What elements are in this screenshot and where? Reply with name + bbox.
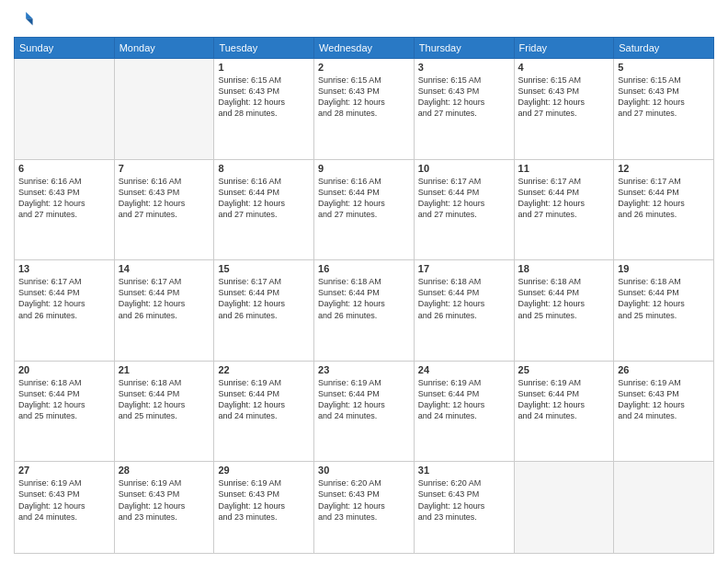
weekday-header-wednesday: Wednesday <box>314 38 415 59</box>
calendar-week-2: 6Sunrise: 6:16 AM Sunset: 6:43 PM Daylig… <box>15 159 714 260</box>
calendar-cell: 3Sunrise: 6:15 AM Sunset: 6:43 PM Daylig… <box>414 59 514 160</box>
calendar-cell: 26Sunrise: 6:19 AM Sunset: 6:43 PM Dayli… <box>614 361 714 462</box>
day-number: 4 <box>518 62 610 73</box>
day-info: Sunrise: 6:18 AM Sunset: 6:44 PM Dayligh… <box>318 276 410 321</box>
header <box>14 9 714 29</box>
day-info: Sunrise: 6:18 AM Sunset: 6:44 PM Dayligh… <box>618 276 710 321</box>
day-number: 12 <box>618 163 710 174</box>
logo-icon <box>14 9 34 29</box>
day-number: 18 <box>518 263 610 274</box>
calendar-week-5: 27Sunrise: 6:19 AM Sunset: 6:43 PM Dayli… <box>15 462 714 554</box>
calendar-cell: 23Sunrise: 6:19 AM Sunset: 6:44 PM Dayli… <box>314 361 415 462</box>
day-number: 8 <box>218 163 310 174</box>
weekday-header-row: SundayMondayTuesdayWednesdayThursdayFrid… <box>15 38 714 59</box>
day-number: 21 <box>119 364 210 375</box>
logo <box>14 9 36 29</box>
weekday-header-friday: Friday <box>514 38 614 59</box>
day-number: 1 <box>218 62 310 73</box>
weekday-header-tuesday: Tuesday <box>214 38 314 59</box>
day-number: 3 <box>418 62 510 73</box>
calendar-week-3: 13Sunrise: 6:17 AM Sunset: 6:44 PM Dayli… <box>15 260 714 362</box>
day-info: Sunrise: 6:15 AM Sunset: 6:43 PM Dayligh… <box>618 75 710 120</box>
day-info: Sunrise: 6:19 AM Sunset: 6:43 PM Dayligh… <box>18 477 110 523</box>
calendar-cell: 7Sunrise: 6:16 AM Sunset: 6:43 PM Daylig… <box>114 159 214 260</box>
day-info: Sunrise: 6:18 AM Sunset: 6:44 PM Dayligh… <box>18 377 110 422</box>
day-info: Sunrise: 6:15 AM Sunset: 6:43 PM Dayligh… <box>318 75 410 120</box>
day-info: Sunrise: 6:19 AM Sunset: 6:44 PM Dayligh… <box>518 377 610 422</box>
day-number: 22 <box>218 364 310 375</box>
calendar-cell: 9Sunrise: 6:16 AM Sunset: 6:44 PM Daylig… <box>314 159 415 260</box>
day-info: Sunrise: 6:17 AM Sunset: 6:44 PM Dayligh… <box>518 176 610 221</box>
calendar-cell: 18Sunrise: 6:18 AM Sunset: 6:44 PM Dayli… <box>514 260 614 362</box>
calendar-cell <box>614 462 714 554</box>
calendar-cell: 25Sunrise: 6:19 AM Sunset: 6:44 PM Dayli… <box>514 361 614 462</box>
day-info: Sunrise: 6:18 AM Sunset: 6:44 PM Dayligh… <box>518 276 610 321</box>
calendar-cell: 2Sunrise: 6:15 AM Sunset: 6:43 PM Daylig… <box>314 59 415 160</box>
day-number: 16 <box>318 263 410 274</box>
day-info: Sunrise: 6:19 AM Sunset: 6:43 PM Dayligh… <box>119 477 210 523</box>
day-number: 30 <box>318 465 410 476</box>
calendar-cell: 22Sunrise: 6:19 AM Sunset: 6:44 PM Dayli… <box>214 361 314 462</box>
day-info: Sunrise: 6:17 AM Sunset: 6:44 PM Dayligh… <box>618 176 710 221</box>
day-info: Sunrise: 6:15 AM Sunset: 6:43 PM Dayligh… <box>218 75 310 120</box>
day-info: Sunrise: 6:16 AM Sunset: 6:43 PM Dayligh… <box>119 176 210 221</box>
calendar-cell: 20Sunrise: 6:18 AM Sunset: 6:44 PM Dayli… <box>15 361 115 462</box>
weekday-header-sunday: Sunday <box>15 38 115 59</box>
day-info: Sunrise: 6:19 AM Sunset: 6:44 PM Dayligh… <box>218 377 310 422</box>
day-number: 26 <box>618 364 710 375</box>
day-number: 10 <box>418 163 510 174</box>
day-number: 17 <box>418 263 510 274</box>
calendar-cell <box>114 59 214 160</box>
weekday-header-saturday: Saturday <box>614 38 714 59</box>
calendar-week-1: 1Sunrise: 6:15 AM Sunset: 6:43 PM Daylig… <box>15 59 714 160</box>
calendar-cell: 8Sunrise: 6:16 AM Sunset: 6:44 PM Daylig… <box>214 159 314 260</box>
day-number: 27 <box>18 465 110 476</box>
calendar-cell: 10Sunrise: 6:17 AM Sunset: 6:44 PM Dayli… <box>414 159 514 260</box>
calendar-cell: 12Sunrise: 6:17 AM Sunset: 6:44 PM Dayli… <box>614 159 714 260</box>
svg-marker-1 <box>26 18 32 25</box>
day-number: 2 <box>318 62 410 73</box>
calendar-cell: 16Sunrise: 6:18 AM Sunset: 6:44 PM Dayli… <box>314 260 415 362</box>
calendar-cell: 19Sunrise: 6:18 AM Sunset: 6:44 PM Dayli… <box>614 260 714 362</box>
calendar-cell: 13Sunrise: 6:17 AM Sunset: 6:44 PM Dayli… <box>15 260 115 362</box>
day-number: 15 <box>218 263 310 274</box>
calendar-cell <box>15 59 115 160</box>
day-info: Sunrise: 6:15 AM Sunset: 6:43 PM Dayligh… <box>418 75 510 120</box>
svg-marker-0 <box>26 12 32 18</box>
weekday-header-monday: Monday <box>114 38 214 59</box>
calendar-cell: 27Sunrise: 6:19 AM Sunset: 6:43 PM Dayli… <box>15 462 115 554</box>
day-info: Sunrise: 6:19 AM Sunset: 6:43 PM Dayligh… <box>218 477 310 523</box>
day-info: Sunrise: 6:17 AM Sunset: 6:44 PM Dayligh… <box>418 176 510 221</box>
day-info: Sunrise: 6:18 AM Sunset: 6:44 PM Dayligh… <box>119 377 210 422</box>
calendar-cell: 21Sunrise: 6:18 AM Sunset: 6:44 PM Dayli… <box>114 361 214 462</box>
calendar-cell: 28Sunrise: 6:19 AM Sunset: 6:43 PM Dayli… <box>114 462 214 554</box>
day-number: 9 <box>318 163 410 174</box>
day-number: 20 <box>18 364 110 375</box>
page: SundayMondayTuesdayWednesdayThursdayFrid… <box>0 0 728 563</box>
day-number: 28 <box>119 465 210 476</box>
calendar-cell: 15Sunrise: 6:17 AM Sunset: 6:44 PM Dayli… <box>214 260 314 362</box>
day-info: Sunrise: 6:20 AM Sunset: 6:43 PM Dayligh… <box>318 477 410 523</box>
day-info: Sunrise: 6:19 AM Sunset: 6:44 PM Dayligh… <box>418 377 510 422</box>
day-number: 14 <box>119 263 210 274</box>
calendar-cell: 4Sunrise: 6:15 AM Sunset: 6:43 PM Daylig… <box>514 59 614 160</box>
day-number: 23 <box>318 364 410 375</box>
day-info: Sunrise: 6:16 AM Sunset: 6:44 PM Dayligh… <box>218 176 310 221</box>
day-number: 25 <box>518 364 610 375</box>
calendar-cell: 30Sunrise: 6:20 AM Sunset: 6:43 PM Dayli… <box>314 462 415 554</box>
day-info: Sunrise: 6:20 AM Sunset: 6:43 PM Dayligh… <box>418 477 510 523</box>
calendar-cell: 29Sunrise: 6:19 AM Sunset: 6:43 PM Dayli… <box>214 462 314 554</box>
day-number: 29 <box>218 465 310 476</box>
calendar-cell: 24Sunrise: 6:19 AM Sunset: 6:44 PM Dayli… <box>414 361 514 462</box>
day-number: 5 <box>618 62 710 73</box>
day-number: 7 <box>119 163 210 174</box>
calendar-cell: 5Sunrise: 6:15 AM Sunset: 6:43 PM Daylig… <box>614 59 714 160</box>
calendar-cell: 6Sunrise: 6:16 AM Sunset: 6:43 PM Daylig… <box>15 159 115 260</box>
day-info: Sunrise: 6:19 AM Sunset: 6:44 PM Dayligh… <box>318 377 410 422</box>
day-number: 11 <box>518 163 610 174</box>
calendar-cell: 11Sunrise: 6:17 AM Sunset: 6:44 PM Dayli… <box>514 159 614 260</box>
day-info: Sunrise: 6:19 AM Sunset: 6:43 PM Dayligh… <box>618 377 710 422</box>
weekday-header-thursday: Thursday <box>414 38 514 59</box>
calendar-cell <box>514 462 614 554</box>
day-info: Sunrise: 6:16 AM Sunset: 6:44 PM Dayligh… <box>318 176 410 221</box>
